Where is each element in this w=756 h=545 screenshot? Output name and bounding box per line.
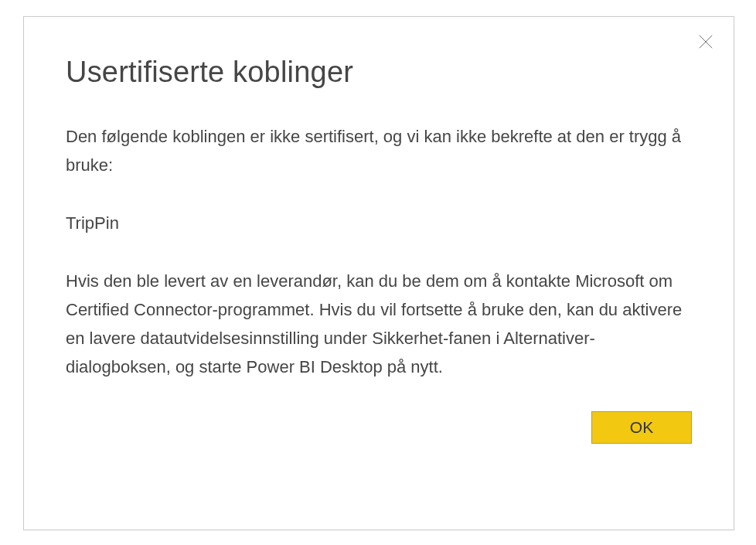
dialog-body: Den følgende koblingen er ikke sertifise… [66,123,692,382]
uncertified-connectors-dialog: Usertifiserte koblinger Den følgende kob… [23,16,734,530]
dialog-title: Usertifiserte koblinger [66,56,692,89]
button-row: OK [66,411,692,444]
details-text: Hvis den ble levert av en leverandør, ka… [66,267,692,382]
ok-button[interactable]: OK [591,411,692,444]
intro-text: Den følgende koblingen er ikke sertifise… [66,123,692,180]
close-button[interactable] [695,31,717,53]
close-icon [697,33,714,50]
connector-name: TripPin [66,209,692,238]
